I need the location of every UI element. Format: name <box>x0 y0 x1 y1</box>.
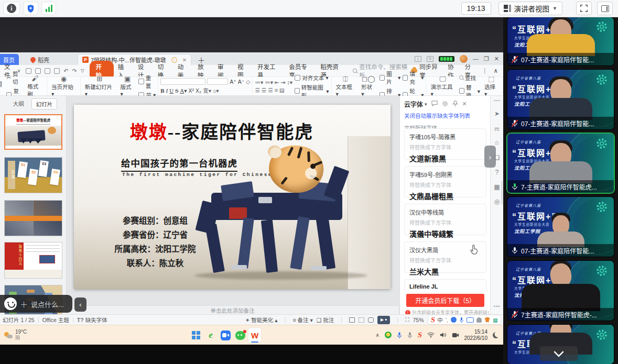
notes-button[interactable]: ≡ 备注 ▾ <box>293 316 313 324</box>
layout-button[interactable]: ▣版式 ▾ <box>118 77 137 95</box>
feedback-icon[interactable] <box>431 101 438 107</box>
line-spacing-button[interactable]: ↕▾ <box>287 79 293 85</box>
strikethrough-button[interactable]: S <box>175 87 178 94</box>
notes-bar[interactable]: 单击此处添加备注 <box>67 305 398 314</box>
bold-button[interactable]: B <box>160 87 164 94</box>
slide-thumbnail-2[interactable]: 目录 01 02 03 04 <box>4 157 62 193</box>
select-button[interactable]: ⬚选择 ▾ <box>482 77 501 95</box>
panel-collapse-handle[interactable]: › <box>484 146 496 168</box>
participant-tile[interactable]: 辽宁省第八届 “互联网+” 大学生创新创业大赛 沈阳工学院 07-主赛道-家庭陪… <box>507 197 614 257</box>
multi-page-view-icon[interactable]: ⊞ <box>427 56 433 62</box>
participant-tile[interactable]: 辽宁省第八届 “互联网+” 大学生创新创业大赛 沈阳工学院 7主赛道-家庭陪伴智… <box>507 261 614 321</box>
find-button[interactable]: 查找 <box>459 74 480 82</box>
skin-icon[interactable] <box>484 317 490 322</box>
comments-button[interactable]: ❑ 批注 <box>317 316 334 324</box>
chat-collapse-button[interactable]: ‹ <box>74 297 86 312</box>
sliders-icon[interactable]: ⚎ <box>494 125 500 132</box>
normal-view-icon[interactable] <box>349 317 355 323</box>
superscript-button[interactable]: X² <box>189 87 194 94</box>
fullscreen-button[interactable] <box>576 2 592 15</box>
emoji-smiley-icon[interactable] <box>4 297 17 310</box>
slide-thumbnail-3[interactable] <box>4 200 62 236</box>
meeting-app-icon[interactable] <box>219 328 232 343</box>
single-page-view-icon[interactable]: 1 <box>415 56 421 62</box>
beautify-button[interactable]: ✦ 智能美化 ▴ <box>245 316 278 324</box>
underline-button[interactable]: U <box>169 87 174 94</box>
scroll-down-button[interactable] <box>540 346 578 361</box>
font-card-3[interactable]: 汉仪中等线简 将替换成下方字体 漢儀中等綫繁 <box>404 204 486 235</box>
tray-expand-icon[interactable]: ∧ <box>375 332 379 338</box>
wifi-icon[interactable] <box>427 332 435 338</box>
restore-button[interactable]: ❐ <box>484 56 489 62</box>
slide-thumbnail-1[interactable]: 墩墩—家庭陪伴智能虎 <box>4 114 62 150</box>
strip-scrollbar[interactable] <box>501 181 503 205</box>
fill-button[interactable]: 填充 ▾ <box>403 70 424 85</box>
italic-button[interactable]: I <box>166 87 168 94</box>
slide-thumbnail-4[interactable]: 聚焦十四五 <box>4 242 62 279</box>
present-tools-button[interactable]: 🖵演示工具 ▾ <box>428 77 457 95</box>
tool-settings-icon[interactable]: ◎ <box>494 198 500 205</box>
download-fonts-button[interactable]: 开通会员后下载（5） <box>406 294 484 307</box>
security-button[interactable] <box>23 2 38 15</box>
reset-button[interactable]: 重置 <box>138 74 156 90</box>
font-card-2[interactable]: 字魂59号-创刚黑 将替换成下方字体 文鼎晶栅粗黑 <box>404 166 486 197</box>
output-icon[interactable] <box>35 68 41 74</box>
paste-button[interactable]: ▤▾ <box>0 77 4 95</box>
ime-punct-toggle[interactable]: ’, <box>446 317 448 323</box>
subscript-button[interactable]: X₂ <box>196 87 201 94</box>
font-card-5[interactable]: Lifeline JL <box>404 279 486 292</box>
align-right-button[interactable]: ☰ <box>268 87 273 93</box>
emoji-icon[interactable] <box>451 317 457 323</box>
toolbox-icon[interactable]: ▦ <box>493 317 498 323</box>
network-stats-button[interactable] <box>41 2 56 15</box>
view-mode-dropdown[interactable]: 演讲者视图 ▼ <box>498 2 562 15</box>
cut-button[interactable]: ✂剪切 <box>6 70 23 85</box>
new-slide-button[interactable]: ⊞新建幻灯片 ▾ <box>83 77 116 95</box>
system-clock[interactable]: 15:142022/6/10 <box>464 329 488 341</box>
play-from-current-button[interactable]: ◉当页开始 ▾ <box>49 77 78 95</box>
close-panel-icon[interactable]: ✕ <box>462 101 467 107</box>
wps-app-icon[interactable]: W <box>248 328 261 343</box>
decrease-font-icon[interactable]: A⁻ <box>238 79 245 85</box>
theme-name[interactable]: Office 主题 <box>42 316 69 324</box>
chevron-down-icon[interactable]: ▾ <box>425 102 427 107</box>
tray-mic-blue-icon[interactable] <box>397 332 402 339</box>
browser-app-icon[interactable]: e <box>204 328 217 343</box>
shapes-button[interactable]: ◻◯形状 ▾ <box>359 77 377 95</box>
picture-button[interactable]: 图片 ▾ <box>380 70 400 85</box>
justify-button[interactable]: ≡ <box>275 87 278 93</box>
participant-tile[interactable]: “互联网+” 大学生创新创业大赛 沈阳工学院 07-主赛道-家庭陪伴智能... <box>507 17 614 65</box>
print-icon[interactable] <box>45 68 50 74</box>
account-avatar[interactable] <box>460 55 468 63</box>
tab-slides[interactable]: 幻灯片 <box>31 98 58 109</box>
chat-quick-input[interactable]: ＋ 说点什么... <box>0 295 72 313</box>
drag-handle[interactable] <box>494 100 500 101</box>
save-icon[interactable] <box>26 68 31 74</box>
tray-mic-gray-icon[interactable] <box>407 332 413 339</box>
tab-docer[interactable]: 稻壳 <box>26 54 53 65</box>
bullets-button[interactable]: ≔▾ <box>255 79 263 85</box>
numbering-button[interactable]: ≕▾ <box>265 79 273 85</box>
collapse-ribbon-icon[interactable]: ∧ <box>494 67 498 74</box>
font-name-select[interactable] <box>160 78 205 85</box>
slide-1[interactable]: 墩墩--家庭陪伴智能虎 给中国孩子的第一台机器虎 The first machi… <box>74 105 391 289</box>
textbox-button[interactable]: ⎅文本框 ▾ <box>334 77 357 95</box>
align-center-button[interactable]: ☰ <box>262 87 266 93</box>
voice-input-icon[interactable] <box>459 317 464 323</box>
tray-app-icon[interactable] <box>385 332 392 338</box>
sogou-tray-icon[interactable]: S <box>417 331 422 339</box>
increase-indent-button[interactable]: ⇥ <box>281 79 286 85</box>
font-color-button[interactable]: A▾ <box>180 87 187 94</box>
redo-icon[interactable]: ↷ <box>72 68 77 74</box>
wechat-app-icon[interactable] <box>234 328 246 343</box>
missing-fonts-status[interactable]: 缺失字体 <box>85 316 107 324</box>
more-menu-icon[interactable]: ⋮ <box>482 67 488 74</box>
distribute-button[interactable]: ▤ <box>279 87 285 93</box>
undo-icon[interactable]: ↶ <box>63 68 68 74</box>
participant-tile[interactable]: 辽宁省第八届 “互联网+” 大学生创新创业大赛 沈阳工学院 07-主赛道-家庭陪… <box>507 70 614 129</box>
clear-format-icon[interactable]: ◇ <box>246 79 250 85</box>
camera-icon[interactable] <box>452 333 459 338</box>
slideshow-play-button[interactable]: ▶ ▾ <box>377 316 390 324</box>
person-icon[interactable] <box>476 317 482 323</box>
meeting-info-button[interactable]: i <box>3 2 20 15</box>
